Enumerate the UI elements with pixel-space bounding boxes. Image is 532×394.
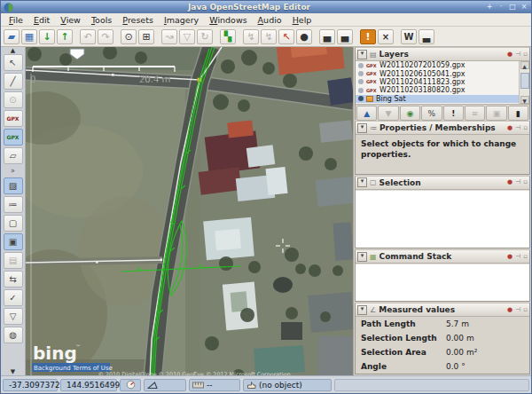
layer-row[interactable]: GPX W20110207201059.gpx [356, 61, 529, 69]
merge-layer-button[interactable]: ≡ [465, 106, 485, 121]
upload-button[interactable]: ↑ [57, 29, 73, 44]
menu-edit[interactable]: Edit [29, 15, 54, 25]
main-toolbar: ▰ ▦ ↓ ↑ ↶ ↷ ⊙ ⊞ ↝ ▽ ↻ ▚ ↯ ↯ ↖ ● ▄ ▄ ! × … [1, 27, 531, 47]
visibility-icon[interactable] [358, 79, 364, 84]
command-stack-list[interactable] [356, 264, 529, 301]
menu-view[interactable]: View [56, 15, 85, 25]
more-tools-button[interactable]: » [11, 167, 15, 175]
menu-help[interactable]: Help [288, 15, 317, 25]
hand-button[interactable]: ● [296, 29, 312, 44]
sticky-icon[interactable]: ● [507, 178, 512, 186]
dock-icon[interactable]: ⊣ [515, 178, 520, 186]
sidebar-scroll-up-icon[interactable]: ▲ [11, 48, 15, 53]
collapse-icon[interactable]: ▾ [357, 252, 367, 262]
filter-button[interactable]: ▽ [179, 29, 195, 44]
zoom-tool[interactable]: ⊙ [4, 91, 23, 108]
selection-panel-header: ▾ ▢ Selection ● ⊣ ▫ [356, 177, 529, 190]
close-panel-icon[interactable]: ▫ [523, 178, 528, 186]
open-button[interactable]: ▰ [4, 29, 20, 44]
collapse-icon[interactable]: ▾ [357, 305, 367, 315]
dock-icon[interactable]: ⊣ [515, 306, 520, 314]
draw-nodes-tool[interactable]: ╱ [4, 73, 23, 90]
layers-scrollbar[interactable]: ▲ ▼ [519, 61, 529, 104]
collapse-icon[interactable]: ▾ [357, 177, 367, 187]
undo-button[interactable]: ↶ [80, 29, 96, 44]
maximize-button[interactable]: □ [508, 3, 517, 12]
warning-button[interactable]: ! [360, 29, 376, 44]
collapse-icon[interactable]: ▾ [357, 50, 367, 59]
validator-toggle[interactable]: ✓ [4, 289, 23, 306]
plugin-button[interactable]: ▚ [220, 29, 236, 44]
sticky-icon[interactable]: ● [507, 306, 512, 314]
flash-a-button[interactable]: ↯ [243, 29, 259, 44]
selection-toggle[interactable]: ▢ [4, 215, 23, 232]
redo-button[interactable]: ↷ [98, 29, 113, 44]
close-tool-button[interactable]: × [378, 29, 394, 44]
conflict-toggle[interactable]: ▤ [4, 252, 23, 269]
layer-row[interactable]: GPX W20110204111823.gpx [356, 78, 529, 86]
visibility-icon[interactable] [358, 71, 364, 76]
bus-button[interactable]: ▄ [337, 29, 353, 44]
duplicate-layer-button[interactable]: ▣ [486, 106, 506, 121]
sticky-icon[interactable]: ● [507, 124, 512, 132]
refresh-button[interactable]: ↻ [197, 29, 213, 44]
close-panel-icon[interactable]: ▫ [523, 253, 528, 261]
filter-toggle[interactable]: ▽ [4, 308, 23, 325]
ruler-button[interactable]: ▃ [419, 29, 434, 44]
car-button[interactable]: ▄ [319, 29, 335, 44]
menu-audio[interactable]: Audio [254, 15, 286, 25]
map-canvas[interactable]: 0 20.4 m bing ™ Background Terms of Use … [26, 47, 353, 375]
minimize-button[interactable]: · [497, 3, 505, 12]
select-tool[interactable]: ↖ [4, 54, 23, 71]
scroll-up-button[interactable]: ▲ [520, 61, 529, 69]
properties-toggle[interactable]: ≔ [4, 196, 23, 213]
menu-windows[interactable]: Windows [205, 15, 251, 25]
dock-icon[interactable]: ⊣ [515, 253, 520, 261]
flash-b-button[interactable]: ↯ [261, 29, 277, 44]
command-stack-toggle[interactable]: ⇆ [4, 271, 23, 288]
move-layer-up-button[interactable]: ▲ [356, 106, 377, 121]
layer-row[interactable]: GPX W20110203180820.gpx [356, 86, 529, 94]
menu-presets[interactable]: Presets [118, 15, 158, 25]
scroll-down-button[interactable]: ▼ [520, 96, 529, 104]
visibility-icon[interactable] [358, 96, 364, 101]
close-panel-icon[interactable]: ▫ [523, 51, 528, 59]
collapse-icon[interactable]: ▾ [357, 123, 367, 133]
close-button[interactable]: × [520, 3, 528, 12]
selection-list[interactable] [356, 190, 529, 248]
layer-row[interactable]: GPX W20110206105041.gpx [356, 69, 529, 77]
visibility-icon[interactable] [358, 63, 364, 68]
save-button[interactable]: ▦ [21, 29, 37, 44]
select-way-button[interactable]: ↝ [161, 29, 177, 44]
layer-opacity-button[interactable]: % [421, 106, 442, 121]
gpx-edit-tool[interactable]: GPX [4, 129, 23, 146]
move-layer-down-button[interactable]: ▼ [378, 106, 398, 121]
visibility-icon[interactable] [358, 88, 364, 93]
scroll-thumb[interactable] [520, 73, 529, 89]
close-panel-icon[interactable]: ▫ [523, 306, 528, 314]
menu-tools[interactable]: Tools [87, 15, 116, 25]
dock-icon[interactable]: ⊣ [515, 124, 520, 132]
shade-button[interactable]: + [485, 3, 494, 12]
relations-toggle[interactable]: ◍ [4, 327, 23, 343]
search-button[interactable]: ⊙ [121, 29, 137, 44]
wms-layer-toggle[interactable]: ▨ [4, 177, 23, 194]
close-panel-icon[interactable]: ▫ [523, 124, 528, 132]
sticky-icon[interactable]: ● [507, 51, 512, 59]
wms-button[interactable]: W [401, 29, 417, 44]
sticky-icon[interactable]: ● [507, 253, 512, 261]
imagery-toggle[interactable]: ▣ [4, 233, 23, 250]
remote-control-button[interactable]: ↖ [278, 29, 294, 44]
gpx-download-tool[interactable]: GPX [4, 110, 23, 127]
extrude-tool[interactable]: ▱ [4, 147, 23, 164]
sidebar-scroll-down-icon[interactable]: ▼ [11, 369, 15, 374]
preferences-button[interactable]: ⊞ [138, 29, 154, 44]
activate-layer-button[interactable]: ! [443, 106, 464, 121]
menu-imagery[interactable]: Imagery [160, 15, 203, 25]
delete-layer-button[interactable]: ▮ [508, 106, 528, 121]
show-hide-layer-button[interactable]: ◉ [400, 106, 420, 121]
layer-row-selected[interactable]: Bing Sat [356, 95, 529, 103]
download-button[interactable]: ↓ [39, 29, 55, 44]
dock-icon[interactable]: ⊣ [515, 51, 520, 59]
menu-file[interactable]: File [4, 15, 27, 25]
